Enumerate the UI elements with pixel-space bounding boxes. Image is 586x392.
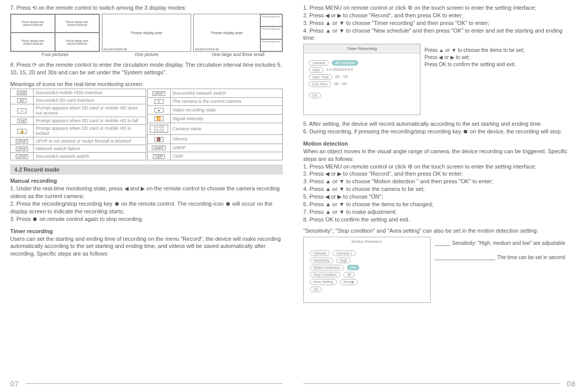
- icon-desc: UPnP is not started or router firewall i…: [34, 137, 146, 145]
- icon-desc: Prompt appears when SD card or mobile HD…: [34, 117, 146, 125]
- value-camera[interactable]: All Cameras: [332, 60, 358, 66]
- icon-desc: Prompt appears when SD card or mobile HD…: [34, 125, 146, 137]
- mode-caption: Four pictures: [10, 52, 100, 57]
- motion-intro: When an object moves in the visual angle…: [303, 148, 576, 163]
- display-modes: Picture display area2016/07/15/09:30 Pic…: [10, 14, 283, 57]
- icon-desc: 1080P: [170, 144, 283, 152]
- section-record-mode: 4.2 Record mode: [10, 164, 283, 175]
- icon-desc: Network switch failure: [34, 145, 146, 153]
- p8-step2: 2. Press ◀ or ▶ to choose "Record", and …: [303, 12, 576, 19]
- icon: UPnP: [152, 91, 165, 96]
- cell-ts: 2016/07/15/09:30: [67, 42, 87, 45]
- manual-step1: 1. Under the real-time monitoring state,…: [10, 185, 283, 200]
- label-start: Start Time: [309, 74, 332, 80]
- md-notes: Sensitivity: "High, medium and low" are …: [435, 235, 565, 261]
- meanings-heading: Meanings of icons on the real-time monit…: [10, 80, 283, 88]
- md-title: Motion Detection: [304, 237, 430, 246]
- timer-recording-heading: Timer recording: [10, 228, 283, 234]
- value-stop[interactable]: 30: [343, 272, 355, 277]
- mode-caption: One picture: [102, 52, 192, 57]
- m-step6: 6. Press ▲ or ▼ to choose the items to b…: [303, 201, 576, 208]
- icon: V: [154, 99, 164, 104]
- p8-step1: 1. Press MENU on remote control or click…: [303, 4, 576, 12]
- m-step2: 2. Press ◀ or ▶ to choose "Record", and …: [303, 170, 576, 178]
- icon-desc: The camera is the current camera: [170, 97, 283, 105]
- m-step5: 5. Press ◀ or ▶ to choose "ON";: [303, 193, 576, 201]
- icon-desc: Prompt appears when SD card or mobile HD…: [34, 104, 146, 117]
- icon-desc: Silence: [170, 135, 283, 144]
- label-sens: Sensitivity: [310, 258, 333, 263]
- side-cell: Picture display area: [260, 39, 282, 51]
- mode-four: Picture display area2016/07/15/09:30 Pic…: [10, 14, 100, 57]
- icon-desc: Video recording state: [170, 106, 283, 114]
- timer-recording-ui: Timer Recording CameraAll Cameras Date11…: [303, 44, 420, 115]
- value-camera[interactable]: Camera-1: [333, 250, 356, 256]
- manual-recording-heading: Manual recording: [10, 178, 283, 184]
- label-stop: Stop Condition: [310, 272, 340, 277]
- icon-desc: Successful mobile HDD insertion: [34, 89, 146, 97]
- page-number: 07: [10, 380, 19, 388]
- icon: 720P: [153, 154, 164, 159]
- icons-table-left: USBSuccessful mobile HDD insertionSDSucc…: [10, 89, 146, 160]
- step7: 7. Press ⟲ on the remote control to swit…: [10, 4, 283, 12]
- ok-button[interactable]: OK: [309, 93, 321, 98]
- icon: 📶: [154, 116, 164, 121]
- p8-step5: 5. After setting, the device will record…: [303, 120, 576, 128]
- icon-desc: 720P: [170, 152, 283, 160]
- icon: ●: [154, 108, 164, 113]
- motion-detection-ui: Motion Detection CameraCamera-1 Sensitiv…: [303, 237, 431, 303]
- icon: Full: [17, 119, 26, 123]
- page-right: 1. Press MENU on remote control or click…: [293, 0, 586, 392]
- icon-desc: Camera name: [170, 123, 283, 135]
- step8: 8. Press ⟳ on the remote control to ente…: [10, 61, 283, 76]
- value-end[interactable]: 00 : 00: [334, 81, 347, 87]
- label-md: Motion Detection: [310, 265, 344, 270]
- timer-desc: Users can set the starting and ending ti…: [10, 235, 283, 258]
- cell-ts: 2016/07/15/09:30: [23, 23, 43, 26]
- main-area: Picture display area: [194, 14, 260, 51]
- cell-ts: 2016/07/15/09:30: [23, 42, 43, 45]
- icon: SD: [17, 98, 26, 103]
- icon-desc: Successful network switch: [170, 89, 283, 97]
- icon-desc: Successful network switch: [34, 153, 146, 160]
- label-camera: Camera: [309, 60, 329, 66]
- icon: 1080P: [152, 146, 165, 150]
- value-start[interactable]: 00 : 00: [335, 74, 348, 80]
- value-area[interactable]: Area ▶: [340, 279, 358, 285]
- one-ts: 2016/07/15/09:30: [103, 48, 127, 51]
- motion-heading: Motion detection: [303, 141, 576, 147]
- manual-step3: 3. Press ⏺ on remote control again to st…: [10, 215, 283, 223]
- icon: C1 C2 C3 C4: [150, 125, 168, 133]
- cell-ts: 2016/07/15/09:30: [67, 23, 87, 26]
- icon-desc: Signal intensity: [170, 114, 283, 123]
- p8-step6: 6. During recording, if pressing the rec…: [303, 128, 576, 135]
- icon: UPnP: [16, 139, 28, 144]
- icon: UPnP: [16, 154, 28, 159]
- timer-title: Timer Recording: [304, 44, 420, 53]
- page-left: 7. Press ⟲ on the remote control to swit…: [0, 0, 293, 392]
- label-area: Area Setting: [310, 279, 337, 285]
- label-end: End Time: [309, 81, 331, 87]
- icons-table-right: UPnPSuccessful network switchVThe camera…: [147, 89, 283, 160]
- mode-caption: One large and three small: [193, 52, 283, 57]
- icon: UPnP: [16, 147, 28, 151]
- label-camera: Camera: [310, 250, 330, 256]
- ok-button[interactable]: OK: [310, 287, 322, 292]
- m-step8: 8. Press OK to confirm the setting and e…: [303, 216, 576, 223]
- icon: 🔇: [154, 137, 164, 142]
- icon: 🔒: [17, 129, 26, 134]
- icon: ⚠: [17, 108, 26, 114]
- p8-step3: 3. Press ▲ or ▼ to choose "Timer recordi…: [303, 19, 576, 27]
- timer-notes: Press ▲ or ▼ to choose the items to be s…: [424, 42, 524, 68]
- side-cell: Picture display area: [260, 26, 282, 39]
- p8-step4: 4. Press ▲ or ▼ to choose "New schedule"…: [303, 27, 576, 42]
- m-step3: 3. Press ▲ or ▼ to choose "Motion detect…: [303, 178, 576, 185]
- value-date[interactable]: 11/15/2016 Fri: [327, 67, 353, 73]
- mode-one: Picture display area 2016/07/15/09:30 On…: [102, 14, 192, 57]
- icon-desc: Successful SD card insertion: [34, 97, 146, 104]
- m-step7: 7. Press ▲ or ▼ to make adjustment;: [303, 208, 576, 216]
- onesmall-ts: 2016/07/15/09:30: [195, 48, 219, 51]
- value-md[interactable]: ON: [347, 265, 360, 270]
- value-sens[interactable]: High: [336, 258, 351, 263]
- manual-step2: 2. Press the recording/stop recording ke…: [10, 200, 283, 215]
